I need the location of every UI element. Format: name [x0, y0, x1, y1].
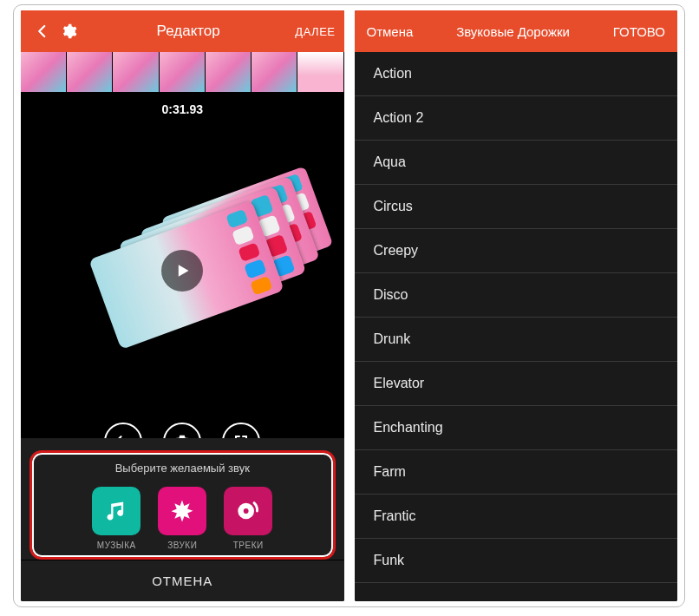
svg-point-1 — [244, 508, 249, 514]
tracks-cancel-button[interactable]: Отмена — [367, 24, 414, 39]
timeline-thumb[interactable] — [21, 52, 67, 92]
track-item[interactable]: Elevator — [355, 362, 678, 406]
track-item[interactable]: Frantic — [355, 495, 678, 539]
sound-option-label: ТРЕКИ — [233, 541, 264, 550]
tracks-done-button[interactable]: ГОТОВО — [613, 24, 665, 39]
sound-sheet: Выберите желаемый звук МУЗЫКА ЗВУКИ — [21, 438, 344, 560]
editor-topbar: Редактор ДАЛЕЕ — [21, 10, 344, 52]
tracks-screen: Отмена Звуковые Дорожки ГОТОВО ActionAct… — [355, 10, 678, 601]
track-item[interactable]: Circus — [355, 185, 678, 229]
sound-option-tracks[interactable]: ТРЕКИ — [224, 487, 272, 550]
timeline-thumb[interactable] — [252, 52, 297, 92]
track-item[interactable]: Action 2 — [355, 96, 678, 141]
sound-option-music[interactable]: МУЗЫКА — [92, 487, 140, 550]
sound-option-sounds[interactable]: ЗВУКИ — [158, 487, 206, 550]
timeline-thumb[interactable] — [206, 52, 252, 92]
track-item[interactable]: Drunk — [355, 318, 678, 362]
music-icon — [92, 487, 140, 535]
timeline-thumb[interactable] — [113, 52, 159, 92]
back-button[interactable] — [29, 18, 56, 44]
next-button[interactable]: ДАЛЕЕ — [295, 25, 335, 38]
editor-title: Редактор — [82, 23, 295, 40]
timeline-thumb[interactable] — [67, 52, 113, 92]
sound-panel-title: Выберите желаемый звук — [36, 462, 330, 475]
track-list[interactable]: ActionAction 2AquaCircusCreepyDiscoDrunk… — [355, 52, 678, 601]
play-button[interactable] — [161, 250, 203, 292]
settings-button[interactable] — [56, 18, 82, 44]
tracks-topbar: Отмена Звуковые Дорожки ГОТОВО — [355, 10, 678, 52]
timeline-thumb[interactable] — [297, 52, 343, 92]
play-icon — [173, 262, 191, 279]
track-item[interactable]: Action — [355, 52, 678, 96]
tracks-title: Звуковые Дорожки — [456, 24, 570, 39]
cancel-button[interactable]: ОТМЕНА — [21, 560, 344, 601]
timecode: 0:31.93 — [21, 92, 344, 121]
track-item[interactable]: Enchanting — [355, 406, 678, 450]
track-item[interactable]: Farm — [355, 450, 678, 495]
disc-icon — [224, 487, 272, 535]
editor-screen: Редактор ДАЛЕЕ 0:31.93 — [21, 10, 344, 601]
track-item[interactable]: Aqua — [355, 141, 678, 185]
track-item[interactable]: Creepy — [355, 229, 678, 273]
timeline[interactable] — [21, 52, 344, 92]
track-item[interactable]: Funk — [355, 539, 678, 583]
sound-options: МУЗЫКА ЗВУКИ ТРЕКИ — [36, 487, 330, 550]
track-item[interactable]: Disco — [355, 273, 678, 318]
video-preview[interactable] — [21, 121, 344, 419]
sound-option-label: МУЗЫКА — [97, 541, 136, 550]
sound-option-label: ЗВУКИ — [167, 541, 197, 550]
gear-icon — [60, 23, 77, 40]
sound-panel: Выберите желаемый звук МУЗЫКА ЗВУКИ — [29, 450, 336, 560]
timeline-thumb[interactable] — [160, 52, 206, 92]
burst-icon — [158, 487, 206, 535]
